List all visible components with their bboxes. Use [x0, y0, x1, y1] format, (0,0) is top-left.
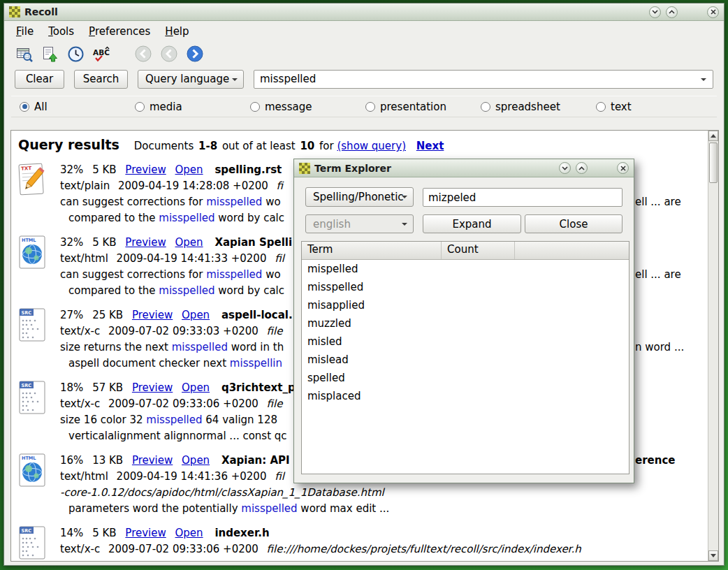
result-snippet-fragment: ell ... are: [635, 267, 681, 283]
term-row[interactable]: misapplied: [302, 296, 629, 314]
term-cell: spelled: [302, 369, 442, 387]
next-page-button[interactable]: [185, 44, 205, 64]
result-open-link[interactable]: Open: [182, 381, 210, 394]
menu-file[interactable]: File: [16, 25, 34, 38]
term-row[interactable]: misled: [302, 332, 629, 351]
result-size: 25 KB: [92, 309, 123, 321]
result-preview-link[interactable]: Preview: [125, 236, 166, 249]
minimize-button[interactable]: [649, 6, 661, 18]
result-open-link[interactable]: Open: [175, 163, 203, 176]
filter-all[interactable]: All: [20, 101, 135, 113]
search-button[interactable]: Search: [74, 70, 128, 89]
result-title-fragment: erence: [635, 453, 676, 469]
scroll-down-button[interactable]: [708, 550, 718, 561]
scroll-up-button[interactable]: [708, 131, 718, 141]
search-row: Clear Search Query language misspelled: [4, 66, 724, 92]
term-explorer-button[interactable]: ABC: [92, 44, 111, 64]
up-arrow-icon: [711, 131, 716, 138]
close-button[interactable]: [707, 6, 719, 18]
result-title: aspell-local.: [221, 309, 293, 321]
filter-spreadsheet[interactable]: spreadsheet: [481, 101, 596, 113]
dialog-minimize-button[interactable]: [559, 162, 571, 174]
term-column-header[interactable]: Term: [302, 242, 442, 259]
result-preview-link[interactable]: Preview: [132, 381, 173, 394]
filter-label: presentation: [380, 101, 446, 113]
menu-help[interactable]: Help: [165, 25, 189, 38]
result-mime: text/x-c: [60, 543, 100, 555]
for-label: for: [319, 140, 334, 152]
dialog-close-button[interactable]: [617, 162, 629, 174]
filter-presentation[interactable]: presentation: [365, 101, 481, 113]
result-date: 2009-07-02 09:33:03 +0200: [108, 325, 259, 337]
result-relevance: 32%: [60, 163, 83, 176]
count-cell: [442, 278, 515, 296]
term-table: Term Count mispelledmisspelledmisapplied…: [301, 241, 629, 474]
previous-page-button: [159, 44, 179, 64]
term-row[interactable]: mispelled: [302, 260, 629, 278]
highlighted-term: misspelled: [206, 196, 262, 208]
result-snippet-line: -core-1.0.12/docs/apidoc/html/classXapia…: [60, 485, 708, 501]
result-open-link[interactable]: Open: [175, 527, 203, 539]
filter-text[interactable]: text: [596, 101, 711, 113]
count-column-header[interactable]: Count: [442, 242, 515, 259]
save-results-button[interactable]: [40, 44, 59, 64]
expansion-mode-select[interactable]: Spelling/Phonetic: [305, 187, 414, 207]
result-open-link[interactable]: Open: [182, 309, 210, 321]
scrollbar-thumb[interactable]: [709, 142, 718, 183]
result-preview-link[interactable]: Preview: [132, 454, 173, 467]
down-arrow-icon: [711, 554, 716, 560]
term-row[interactable]: muzzled: [302, 314, 629, 332]
term-cell: mispelled: [302, 260, 442, 278]
term-row[interactable]: misspelled: [302, 278, 629, 296]
language-value: english: [313, 218, 351, 231]
result-type-icon: HTML: [17, 235, 49, 271]
result-preview-link[interactable]: Preview: [132, 309, 173, 321]
result-mime: text/x-c: [60, 325, 100, 337]
term-row[interactable]: mislead: [302, 351, 629, 369]
result-preview-link[interactable]: Preview: [125, 527, 166, 539]
term-cell: misplaced: [302, 387, 442, 405]
filter-media[interactable]: media: [135, 101, 250, 113]
term-table-header: Term Count: [302, 242, 629, 260]
filter-message[interactable]: message: [250, 101, 365, 113]
show-query-link[interactable]: (show query): [337, 140, 406, 152]
result-relevance: 14%: [60, 527, 83, 539]
result-url: fil: [275, 470, 284, 483]
result-preview-link[interactable]: Preview: [125, 163, 166, 176]
history-button[interactable]: [66, 44, 85, 64]
query-mode-select[interactable]: Query language: [138, 70, 244, 89]
search-input[interactable]: misspelled: [254, 70, 713, 89]
result-type-icon: SRC: [17, 380, 49, 416]
result-open-link[interactable]: Open: [175, 236, 203, 249]
result-date: 2009-04-19 14:41:36 +0200: [117, 470, 267, 483]
result-url: fil: [275, 252, 284, 265]
result-date: 2009-04-19 14:28:08 +0200: [118, 180, 268, 192]
result-url: file: [267, 325, 283, 337]
window-titlebar[interactable]: Recoll: [4, 3, 724, 21]
dialog-close-action-button[interactable]: Close: [525, 214, 623, 233]
term-input-value: mizpeled: [428, 191, 476, 204]
next-page-link[interactable]: Next: [416, 140, 444, 152]
result-title: indexer.h: [214, 527, 269, 539]
term-row[interactable]: spelled: [302, 369, 629, 387]
result-mime: text/plain: [60, 180, 110, 192]
menu-tools[interactable]: Tools: [48, 25, 74, 38]
term-row[interactable]: misplaced: [302, 387, 629, 405]
dialog-title: Term Explorer: [314, 163, 391, 174]
result-meta: text/x-c 2009-07-02 09:33:06 +0200 file:…: [60, 541, 708, 557]
results-scrollbar[interactable]: [708, 131, 718, 561]
dialog-titlebar[interactable]: Term Explorer: [294, 159, 634, 177]
term-cell: misled: [302, 332, 442, 351]
result-open-link[interactable]: Open: [182, 454, 210, 467]
query-config-button[interactable]: [14, 44, 34, 64]
term-input[interactable]: mizpeled: [423, 188, 623, 207]
result-title: q3richtext_p: [221, 381, 296, 394]
dialog-maximize-button[interactable]: [576, 162, 588, 174]
maximize-button[interactable]: [666, 6, 678, 18]
result-type-icon: HTML: [17, 453, 49, 489]
clear-button[interactable]: Clear: [15, 70, 64, 89]
menu-preferences[interactable]: Preferences: [89, 25, 150, 38]
svg-text:SRC: SRC: [22, 383, 32, 388]
expand-button[interactable]: Expand: [423, 214, 521, 233]
filter-row: Allmediamessagepresentationspreadsheette…: [11, 96, 717, 117]
